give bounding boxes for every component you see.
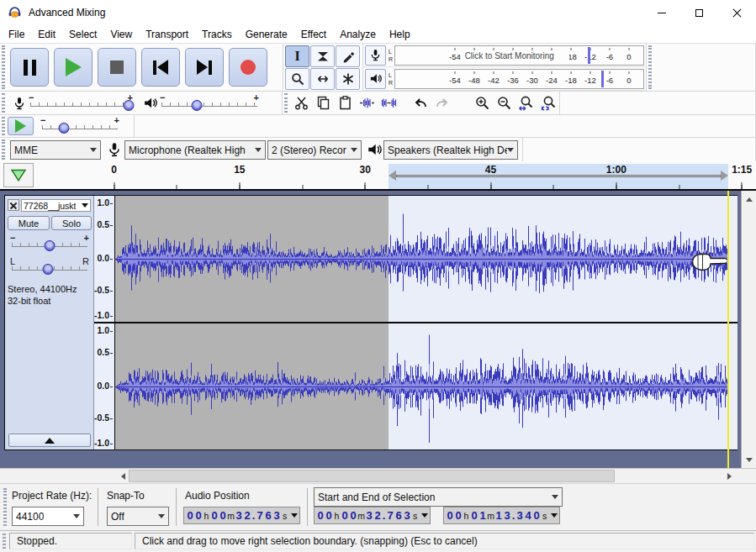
menu-help[interactable]: Help (383, 27, 417, 42)
menu-view[interactable]: View (103, 27, 139, 42)
solo-button[interactable]: Solo (51, 216, 92, 230)
chevron-down-icon[interactable] (421, 513, 428, 521)
fit-project-button[interactable] (538, 92, 558, 113)
recording-volume-thumb[interactable] (124, 100, 135, 111)
copy-button[interactable] (313, 92, 333, 113)
time-digit[interactable]: h (203, 511, 210, 521)
selection-tool-button[interactable]: I (285, 45, 309, 67)
record-button[interactable] (229, 48, 267, 87)
play-button[interactable] (54, 48, 93, 87)
toolbar-grip[interactable] (648, 45, 652, 89)
recording-channels-select[interactable]: 2 (Stereo) Recor (267, 140, 362, 160)
project-rate-select[interactable]: 44100 (12, 507, 84, 526)
chevron-down-icon[interactable] (291, 513, 298, 521)
time-digit[interactable]: 0 (219, 509, 227, 522)
recording-volume-slider[interactable]: − + (29, 94, 133, 113)
time-shift-tool-button[interactable] (310, 68, 335, 90)
time-digit[interactable]: 0 (446, 509, 454, 522)
toolbar-grip[interactable] (2, 139, 5, 160)
menu-generate[interactable]: Generate (239, 27, 294, 42)
paste-button[interactable] (335, 92, 355, 113)
zoom-out-button[interactable] (494, 92, 515, 113)
scroll-left-button[interactable] (115, 470, 128, 482)
menu-transport[interactable]: Transport (139, 27, 195, 42)
toolbar-grip[interactable] (2, 93, 5, 113)
time-digit[interactable]: 2 (373, 509, 382, 522)
toolbar-grip[interactable] (3, 534, 6, 549)
recording-meter-scale[interactable]: -54-48-42-36-30-24-18-12-60Click to Star… (394, 45, 644, 66)
time-digit[interactable]: 0 (349, 509, 357, 522)
timeline-selection-band[interactable] (389, 164, 728, 189)
selection-range-mode-select[interactable]: Start and End of Selection (314, 487, 563, 507)
track-gain-slider[interactable]: − + (10, 234, 89, 251)
time-digit[interactable]: m (227, 511, 235, 521)
time-digit[interactable]: m (357, 511, 365, 521)
time-digit[interactable]: 3 (403, 509, 411, 522)
toolbar-grip[interactable] (2, 45, 5, 89)
time-digit[interactable]: 0 (194, 509, 203, 522)
minimize-button[interactable] (642, 0, 680, 25)
toolbar-grip[interactable] (284, 93, 288, 113)
selection-end-field[interactable]: 00h01m13.340s (443, 507, 560, 524)
meter-monitoring-message[interactable]: Click to Start Monitoring (465, 51, 569, 60)
time-digit[interactable]: 0 (325, 509, 333, 522)
time-digit[interactable]: s (411, 511, 419, 521)
play-at-speed-button[interactable] (8, 117, 34, 135)
time-digit[interactable]: 2 (243, 509, 251, 522)
time-digit[interactable]: h (463, 511, 470, 521)
time-digit[interactable]: s (541, 511, 548, 521)
time-digit[interactable]: 1 (478, 509, 487, 522)
scroll-right-button[interactable] (725, 470, 737, 482)
time-digit[interactable]: 7 (386, 509, 394, 522)
time-digit[interactable]: h (333, 511, 341, 521)
audio-position-field[interactable]: 00h00m32.763s (183, 507, 300, 524)
time-digit[interactable]: 0 (210, 509, 219, 522)
playback-meter-speaker-button[interactable] (365, 69, 386, 89)
playback-volume-slider[interactable]: − + (160, 94, 259, 113)
zoom-in-button[interactable] (473, 92, 493, 113)
time-digit[interactable]: 6 (264, 509, 272, 522)
track-name-menu[interactable]: 77268__juskt (21, 199, 91, 212)
recording-device-select[interactable]: Microphone (Realtek High (124, 140, 266, 160)
selection-start-field[interactable]: 00h00m32.763s (314, 507, 431, 524)
horizontal-scroll-thumb[interactable] (129, 470, 615, 482)
time-digit[interactable]: 3 (515, 509, 524, 522)
playback-device-select[interactable]: Speakers (Realtek High Def (383, 140, 518, 160)
toolbar-grip[interactable] (2, 117, 5, 135)
vertical-scale-right-channel[interactable]: 1.00.50.0-0.5-1.0 (94, 322, 114, 448)
selection-left-arrow-icon[interactable] (389, 171, 396, 181)
cut-button[interactable] (291, 92, 311, 113)
playback-volume-thumb[interactable] (191, 100, 202, 111)
scroll-down-button[interactable] (742, 455, 756, 468)
waveform-channel-right[interactable] (115, 323, 737, 449)
menu-tracks[interactable]: Tracks (195, 27, 239, 42)
menu-analyze[interactable]: Analyze (333, 27, 383, 42)
playback-meter[interactable]: LR -54-48-42-36-30-24-18-12-60 (363, 67, 646, 91)
trim-audio-button[interactable] (357, 92, 377, 113)
vertical-scale-left-channel[interactable]: 1.00.50.0-0.5-1.0 (94, 196, 114, 322)
track-collapse-button[interactable] (8, 434, 91, 447)
playback-speed-thumb[interactable] (59, 123, 70, 134)
horizontal-scrollbar[interactable] (0, 468, 756, 483)
menu-file[interactable]: File (2, 27, 31, 42)
time-digit[interactable]: 0 (186, 509, 194, 522)
undo-button[interactable] (410, 92, 431, 113)
time-digit[interactable]: 7 (256, 509, 264, 522)
time-digit[interactable]: s (281, 511, 288, 521)
multi-tool-button[interactable] (336, 68, 360, 90)
envelope-tool-button[interactable] (310, 45, 335, 67)
chevron-down-icon[interactable] (551, 513, 558, 521)
track-pan-slider[interactable]: L R (10, 258, 89, 275)
time-digit[interactable]: 1 (494, 509, 503, 522)
time-digit[interactable]: 0 (454, 509, 463, 522)
redo-button-disabled[interactable] (432, 92, 452, 113)
recording-meter-mic-button[interactable] (365, 45, 386, 66)
scroll-up-button[interactable] (742, 191, 756, 204)
maximize-button[interactable] (680, 0, 718, 25)
time-digit[interactable]: 3 (365, 509, 373, 522)
zoom-tool-button[interactable] (285, 68, 309, 90)
track-close-button[interactable] (8, 199, 19, 211)
time-digit[interactable]: 0 (341, 509, 349, 522)
time-digit[interactable]: m (487, 511, 494, 521)
toolbar-grip[interactable] (3, 488, 7, 526)
